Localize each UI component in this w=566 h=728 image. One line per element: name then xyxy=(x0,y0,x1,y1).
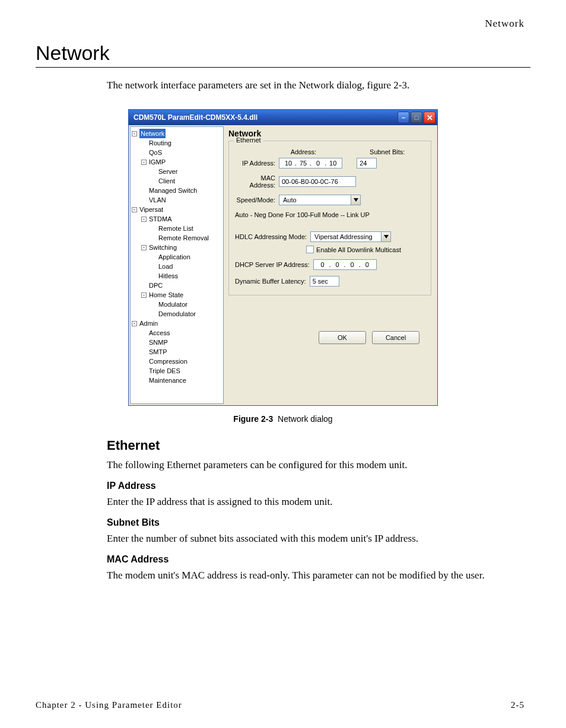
tree-expander-icon[interactable]: - xyxy=(141,217,147,222)
tree-expander-icon[interactable]: - xyxy=(141,160,147,165)
enable-multicast-label: Enable All Downlink Multicast xyxy=(316,246,401,253)
tree-item[interactable]: SNMP xyxy=(132,338,222,347)
tree-item[interactable]: Modulator xyxy=(132,300,222,309)
tree-item[interactable]: -Network xyxy=(132,129,222,138)
tree-item[interactable]: Demodulator xyxy=(132,309,222,319)
tree-expander-icon[interactable]: - xyxy=(132,207,137,212)
minimize-button[interactable]: – xyxy=(398,112,409,123)
ip-octet-1[interactable] xyxy=(282,159,295,167)
tree-item-label: Managed Switch xyxy=(149,186,197,195)
ip-octet-3[interactable] xyxy=(311,159,325,167)
ip-address-heading: IP Address xyxy=(107,481,530,491)
tree-expander-icon[interactable]: - xyxy=(132,131,137,136)
mac-address-label: MAC Address: xyxy=(235,174,275,189)
mac-address-input[interactable] xyxy=(279,176,356,187)
tree-item[interactable]: Triple DES xyxy=(132,366,222,376)
tree-item[interactable]: Routing xyxy=(132,138,222,148)
dhcp-ip-input[interactable]: . . . xyxy=(313,259,377,270)
tree-item[interactable]: Load xyxy=(132,262,222,271)
tree-item-label: Load xyxy=(158,262,173,271)
tree-item-label: Vipersat xyxy=(139,205,163,214)
dhcp-octet-1[interactable] xyxy=(316,260,329,269)
groupbox-legend: Ethernet xyxy=(234,136,263,144)
tree-item-label: Admin xyxy=(139,319,158,328)
enable-multicast-checkbox[interactable] xyxy=(306,246,314,253)
tree-item-label: DPC xyxy=(149,281,163,290)
cancel-button[interactable]: Cancel xyxy=(372,331,419,344)
ok-button[interactable]: OK xyxy=(319,331,366,344)
ip-octet-2[interactable] xyxy=(297,159,310,167)
tree-item-label: Modulator xyxy=(158,300,187,309)
dialog-titlebar[interactable]: CDM570L ParamEdit-CDM5XX-5.4.dll – □ ✕ xyxy=(129,110,437,125)
tree-item[interactable]: QoS xyxy=(132,148,222,157)
page-title: Network xyxy=(36,42,530,65)
tree-item[interactable]: Application xyxy=(132,252,222,262)
tree-expander-icon[interactable]: - xyxy=(141,245,147,250)
tree-expander-icon[interactable]: - xyxy=(132,321,137,326)
tree-item-label: Remote List xyxy=(158,224,193,233)
tree-item[interactable]: DPC xyxy=(132,281,222,290)
tree-item[interactable]: Hitless xyxy=(132,271,222,281)
tree-item-label: Access xyxy=(149,328,170,338)
tree-item-label: Demodulator xyxy=(158,309,196,319)
dialog-title: CDM570L ParamEdit-CDM5XX-5.4.dll xyxy=(133,113,257,122)
speed-mode-label: Speed/Mode: xyxy=(235,196,275,204)
mac-address-text: The modem unit's MAC address is read-onl… xyxy=(107,570,530,581)
tree-item[interactable]: -Vipersat xyxy=(132,205,222,214)
hdlc-mode-value: Vipersat Addressing xyxy=(311,233,381,240)
tree-item[interactable]: Maintenance xyxy=(132,376,222,385)
subnet-bits-input[interactable] xyxy=(357,158,377,169)
ip-address-text: Enter the IP address that is assigned to… xyxy=(107,496,530,508)
page-footer: Chapter 2 - Using Parameter Editor 2-5 xyxy=(36,700,524,710)
tree-item-label: Switching xyxy=(149,243,177,252)
tree-item[interactable]: -STDMA xyxy=(132,214,222,224)
tree-item[interactable]: -Admin xyxy=(132,319,222,328)
hdlc-mode-dropdown[interactable]: Vipersat Addressing xyxy=(310,231,391,242)
ethernet-heading: Ethernet xyxy=(107,438,530,453)
tree-item[interactable]: Remote Removal xyxy=(132,233,222,243)
buffer-latency-label: Dynamic Buffer Latency: xyxy=(235,278,306,285)
subnet-header-label: Subnet Bits: xyxy=(370,148,405,155)
title-rule xyxy=(36,67,530,68)
tree-item[interactable]: -Switching xyxy=(132,243,222,252)
tree-item[interactable]: Access xyxy=(132,328,222,338)
chevron-down-icon[interactable] xyxy=(381,232,390,241)
negotiation-status: Auto - Neg Done For 100-Full Mode -- Lin… xyxy=(235,211,370,218)
speed-mode-dropdown[interactable]: Auto xyxy=(279,195,361,205)
tree-item-label: Client xyxy=(158,176,175,186)
tree-item[interactable]: VLAN xyxy=(132,195,222,205)
subnet-bits-text: Enter the number of subnet bits associat… xyxy=(107,533,530,545)
tree-item-label: SNMP xyxy=(149,338,168,347)
close-button[interactable]: ✕ xyxy=(424,112,435,123)
tree-item-label: Triple DES xyxy=(149,366,180,376)
tree-item-label: Maintenance xyxy=(149,376,186,385)
dhcp-octet-2[interactable] xyxy=(331,260,344,269)
tree-item[interactable]: Managed Switch xyxy=(132,186,222,195)
tree-item[interactable]: Client xyxy=(132,176,222,186)
tree-item[interactable]: Compression xyxy=(132,357,222,366)
ip-address-input[interactable]: . . . xyxy=(279,158,342,169)
running-header: Network xyxy=(485,18,524,30)
buffer-latency-input[interactable] xyxy=(310,276,339,287)
tree-item[interactable]: Server xyxy=(132,167,222,176)
ethernet-groupbox: Ethernet Address: Subnet Bits: IP Addres… xyxy=(228,141,431,295)
tree-item-label: Application xyxy=(158,252,190,262)
tree-item[interactable]: -IGMP xyxy=(132,157,222,167)
tree-item[interactable]: Remote List xyxy=(132,224,222,233)
tree-item-label: Network xyxy=(139,129,166,138)
tree-item-label: VLAN xyxy=(149,195,166,205)
nav-tree[interactable]: -NetworkRoutingQoS-IGMPServerClientManag… xyxy=(130,126,224,404)
tree-item[interactable]: SMTP xyxy=(132,347,222,357)
speed-mode-value: Auto xyxy=(279,196,351,204)
subnet-bits-heading: Subnet Bits xyxy=(107,517,530,528)
dhcp-octet-4[interactable] xyxy=(361,260,374,269)
tree-expander-icon[interactable]: - xyxy=(141,293,147,298)
chevron-down-icon[interactable] xyxy=(351,195,360,205)
dhcp-server-label: DHCP Server IP Address: xyxy=(235,261,310,268)
dhcp-octet-3[interactable] xyxy=(346,260,359,269)
ip-octet-4[interactable] xyxy=(326,159,339,167)
address-header-label: Address: xyxy=(291,148,316,155)
tree-item-label: Compression xyxy=(149,357,187,366)
tree-item[interactable]: -Home State xyxy=(132,290,222,300)
network-dialog: CDM570L ParamEdit-CDM5XX-5.4.dll – □ ✕ -… xyxy=(128,109,438,406)
